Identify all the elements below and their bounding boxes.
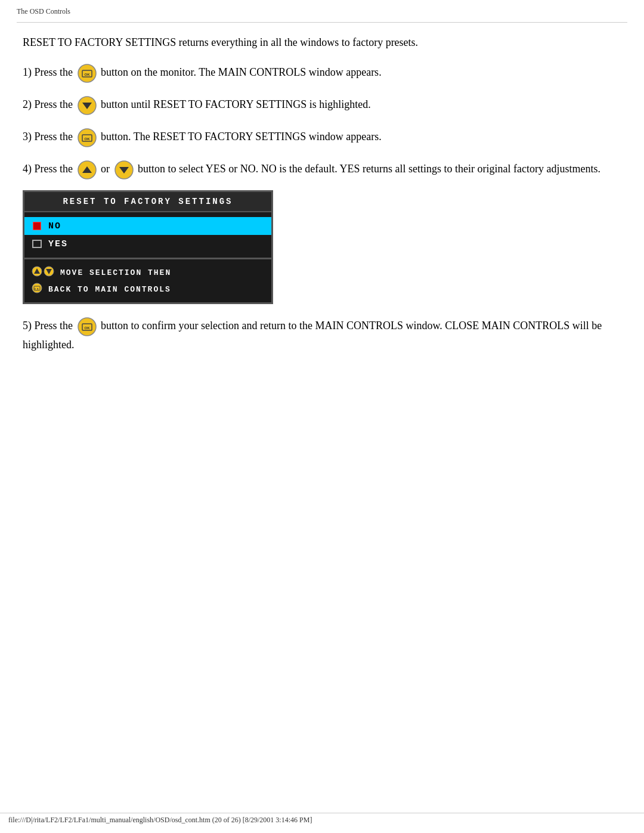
osd-divider-top bbox=[24, 212, 271, 217]
step2-suffix-text: button until RESET TO FACTORY SETTINGS i… bbox=[101, 98, 371, 110]
osd-title: RESET TO FACTORY SETTINGS bbox=[24, 192, 271, 212]
svg-text:OK: OK bbox=[84, 326, 90, 330]
down-button-icon-2 bbox=[114, 160, 134, 179]
content-body: RESET TO FACTORY SETTINGS returns everyt… bbox=[17, 35, 627, 354]
step3-suffix-text: button. The RESET TO FACTORY SETTINGS wi… bbox=[101, 131, 382, 143]
step4-prefix-text: 4) Press the bbox=[23, 163, 73, 175]
page-container: The OSD Controls RESET TO FACTORY SETTIN… bbox=[0, 0, 644, 377]
breadcrumb: The OSD Controls bbox=[17, 5, 627, 23]
ok-button-icon-2: OK bbox=[78, 128, 97, 147]
svg-text:OK: OK bbox=[34, 287, 40, 290]
step2-prefix-text: 2) Press the bbox=[23, 98, 73, 110]
footer-ok-icon: OK bbox=[32, 283, 42, 296]
osd-yes-icon-rect bbox=[32, 240, 42, 248]
step4-suffix-text: button to select YES or NO. NO is the de… bbox=[138, 163, 600, 175]
step-5: 5) Press the OK button to confirm your s… bbox=[23, 317, 621, 354]
osd-footer-icons-1 bbox=[32, 266, 54, 279]
down-button-icon-1 bbox=[78, 96, 97, 115]
step4-or-text: or bbox=[101, 163, 110, 175]
step1-suffix-text: button on the monitor. The MAIN CONTROLS… bbox=[101, 66, 382, 78]
step3-prefix-text: 3) Press the bbox=[23, 131, 73, 143]
osd-footer: MOVE SELECTION THEN OK BACK TO MAIN CON bbox=[24, 259, 271, 302]
osd-footer-icons-2: OK bbox=[32, 283, 42, 296]
step-2: 2) Press the button until RESET TO FACTO… bbox=[23, 96, 621, 115]
ok-button-icon-3: OK bbox=[78, 317, 97, 336]
step5-suffix-text: button to confirm your selection and ret… bbox=[23, 320, 602, 351]
osd-row-yes: YES bbox=[24, 235, 271, 253]
osd-window: RESET TO FACTORY SETTINGS NO YES bbox=[23, 190, 273, 304]
intro-text: RESET TO FACTORY SETTINGS returns everyt… bbox=[23, 35, 621, 51]
osd-footer-text-2: BACK TO MAIN CONTROLS bbox=[48, 285, 171, 294]
footer-up-icon bbox=[32, 266, 42, 279]
osd-footer-row-1: MOVE SELECTION THEN bbox=[32, 264, 264, 281]
step-3: 3) Press the OK button. The RESET TO FAC… bbox=[23, 128, 621, 147]
svg-text:OK: OK bbox=[84, 73, 90, 76]
osd-footer-text-1: MOVE SELECTION THEN bbox=[60, 268, 171, 277]
osd-yes-icon bbox=[32, 239, 42, 249]
osd-no-icon-square bbox=[33, 222, 41, 230]
ok-button-icon-1: OK bbox=[78, 64, 97, 83]
up-button-icon-1 bbox=[78, 160, 97, 179]
osd-footer-row-2: OK BACK TO MAIN CONTROLS bbox=[32, 281, 264, 298]
osd-divider-mid bbox=[24, 253, 271, 258]
status-bar: file:///D|/rita/LF2/LF2/LFa1/multi_manua… bbox=[0, 813, 644, 827]
step-1: 1) Press the OK button on the monitor. T… bbox=[23, 64, 621, 83]
osd-yes-label: YES bbox=[48, 239, 68, 249]
step-4: 4) Press the or button to select YES or … bbox=[23, 160, 621, 179]
step1-prefix-text: 1) Press the bbox=[23, 66, 73, 78]
step5-prefix-text: 5) Press the bbox=[23, 320, 73, 332]
osd-no-icon bbox=[32, 221, 42, 231]
footer-down-icon bbox=[44, 266, 54, 279]
osd-row-no: NO bbox=[24, 217, 271, 235]
svg-text:OK: OK bbox=[84, 137, 90, 141]
osd-no-label: NO bbox=[48, 221, 61, 231]
